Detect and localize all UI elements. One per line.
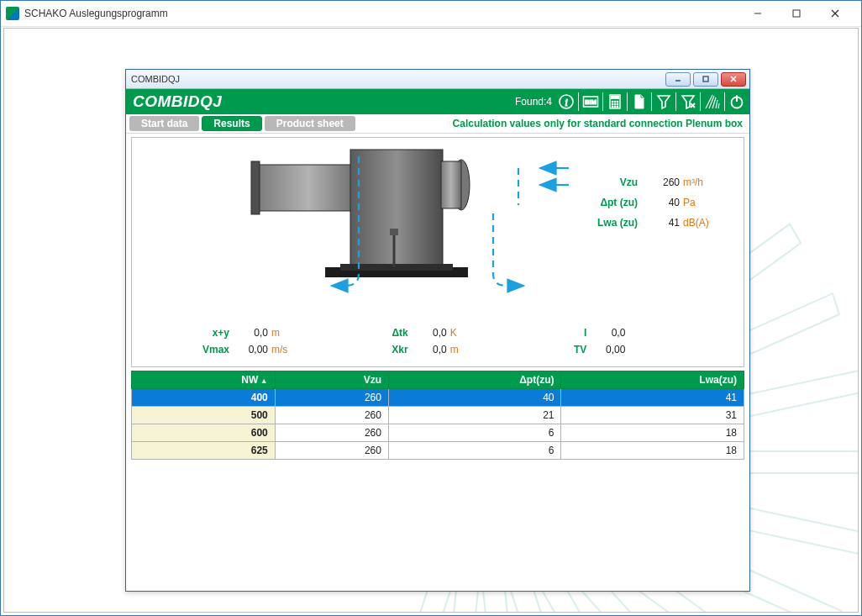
filter-icon	[655, 93, 672, 110]
dialog-title: COMBIDQJ	[131, 74, 180, 84]
svg-rect-36	[441, 161, 461, 208]
svg-point-14	[612, 101, 613, 103]
table-row[interactable]: 5002602131	[132, 407, 744, 424]
svg-point-16	[617, 101, 618, 103]
device-illustration	[199, 141, 535, 309]
tab-start-data[interactable]: Start data	[129, 116, 199, 131]
value-row-xy: x+y 0,0 m	[182, 324, 361, 341]
dialog-close-button[interactable]	[721, 72, 746, 87]
close-button[interactable]	[816, 1, 854, 26]
app-logo-icon	[6, 7, 19, 20]
results-panel: Vzu 260 m³/h Δpt (zu) 40 Pa Lwa (zu) 41 …	[131, 137, 744, 367]
value-row-dtk: Δtk 0,0 K	[361, 324, 540, 341]
svg-point-22	[617, 106, 618, 108]
svg-rect-32	[258, 165, 359, 211]
dialog-titlebar: COMBIDQJ	[126, 70, 749, 89]
svg-point-15	[614, 101, 616, 103]
minimize-icon	[674, 75, 682, 83]
table-row[interactable]: 600260618	[132, 424, 744, 442]
document-button[interactable]	[630, 92, 649, 111]
filter-clear-button[interactable]	[679, 92, 697, 111]
col-header-nw[interactable]: NW	[132, 371, 276, 389]
svg-rect-13	[612, 97, 619, 99]
found-label: Found:4	[515, 96, 552, 108]
calculator-icon	[607, 93, 623, 110]
app-body: COMBIDQJ COMBIDQJ Found:4	[3, 28, 859, 613]
app-window: SCHAKO Auslegungsprogramm	[0, 0, 862, 616]
svg-text:BIM: BIM	[585, 98, 597, 106]
filter-clear-icon	[680, 93, 696, 110]
maximize-button[interactable]	[777, 1, 816, 26]
bim-button[interactable]: BIM	[581, 92, 600, 111]
value-row-dpt: Δpt (zu) 40 Pa	[570, 197, 730, 208]
results-table[interactable]: NW Vzu Δpt(zu) Lwa(zu) 40026040415002602…	[131, 371, 744, 460]
svg-rect-34	[350, 150, 443, 272]
table-row[interactable]: 4002604041	[132, 389, 744, 407]
svg-line-29	[718, 103, 719, 108]
info-icon: i	[558, 93, 575, 110]
value-row-lwa: Lwa (zu) 41 dB(A)	[570, 217, 730, 229]
value-row-i: I 0,0	[539, 324, 718, 341]
filter-button[interactable]	[654, 92, 673, 111]
svg-point-21	[614, 106, 616, 108]
app-titlebar: SCHAKO Auslegungsprogramm	[1, 1, 861, 27]
info-button[interactable]: i	[557, 92, 576, 111]
svg-rect-40	[390, 229, 398, 235]
power-icon	[728, 93, 745, 110]
product-name: COMBIDQJ	[133, 92, 515, 111]
svg-point-18	[614, 103, 616, 105]
svg-rect-1	[793, 10, 800, 17]
maximize-icon	[792, 9, 801, 18]
side-values: Vzu 260 m³/h Δpt (zu) 40 Pa Lwa (zu) 41 …	[570, 176, 730, 237]
col-header-lwa[interactable]: Lwa(zu)	[561, 371, 744, 389]
tab-product-sheet[interactable]: Product sheet	[265, 116, 355, 131]
product-header: COMBIDQJ Found:4 i BIM	[126, 89, 749, 114]
svg-point-17	[612, 103, 613, 105]
fan-icon	[704, 93, 721, 110]
svg-point-20	[612, 106, 613, 108]
svg-rect-38	[340, 264, 453, 271]
col-header-vzu[interactable]: Vzu	[275, 371, 388, 389]
svg-line-28	[716, 100, 717, 108]
bottom-values: x+y 0,0 m Vmax 0,00 m/s Δtk	[132, 324, 744, 361]
maximize-icon	[702, 75, 710, 83]
minimize-button[interactable]	[738, 1, 777, 26]
bim-icon: BIM	[582, 93, 599, 110]
dialog-minimize-button[interactable]	[665, 72, 691, 87]
power-button[interactable]	[728, 92, 746, 111]
calc-note: Calculation values only for standard con…	[358, 118, 749, 129]
minimize-icon	[754, 9, 762, 18]
svg-rect-5	[703, 76, 708, 82]
value-row-xkr: Xkr 0,0 m	[361, 341, 540, 358]
col-header-dpt[interactable]: Δpt(zu)	[388, 371, 561, 389]
document-icon	[631, 93, 648, 110]
svg-point-19	[617, 103, 618, 105]
toolbar: i BIM	[557, 92, 746, 111]
product-dialog: COMBIDQJ COMBIDQJ Found:4	[125, 69, 750, 592]
svg-text:i: i	[565, 96, 568, 108]
calculator-button[interactable]	[606, 92, 624, 111]
app-title: SCHAKO Auslegungsprogramm	[24, 8, 738, 19]
value-row-vmax: Vmax 0,00 m/s	[182, 341, 361, 358]
close-icon	[729, 75, 738, 83]
tabs-row: Start data Results Product sheet Calcula…	[126, 114, 749, 134]
dialog-maximize-button[interactable]	[693, 72, 718, 87]
fan-button[interactable]	[703, 92, 722, 111]
close-icon	[831, 9, 839, 18]
svg-rect-33	[251, 161, 260, 214]
value-row-tv: TV 0,00	[539, 341, 718, 358]
table-row[interactable]: 625260618	[132, 442, 744, 460]
tab-results[interactable]: Results	[202, 116, 261, 131]
value-row-vzu: Vzu 260 m³/h	[570, 176, 730, 188]
